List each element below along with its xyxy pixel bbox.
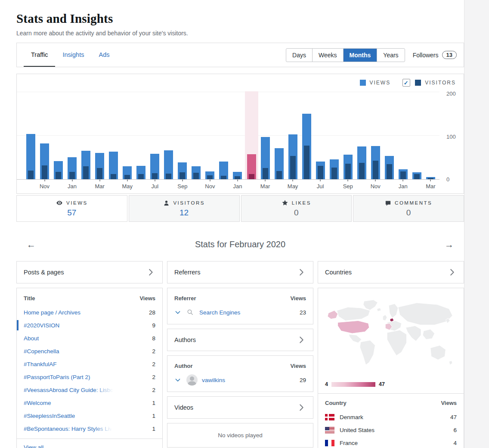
chart-bar-group[interactable]: Jan	[68, 91, 77, 179]
followers-count-badge: 13	[442, 51, 457, 59]
followers-link[interactable]: Followers 13	[413, 51, 457, 59]
x-axis-tick	[99, 180, 100, 181]
tab-insights[interactable]: Insights	[55, 43, 91, 67]
referrers-header[interactable]: Referrers	[167, 261, 313, 283]
page-title: Stats and Insights	[16, 12, 464, 26]
period-months-button[interactable]: Months	[344, 49, 378, 62]
post-views: 2	[152, 361, 155, 367]
summary-comments-value: 0	[406, 208, 411, 218]
summary-views-label: VIEWS	[66, 200, 88, 205]
post-link[interactable]: #BeSpontaneous: Harry Styles Live	[24, 426, 115, 432]
chart-bar-group[interactable]: Mar	[261, 91, 270, 179]
chart-bar-group[interactable]	[81, 91, 90, 179]
chart-bar-group[interactable]: Nov	[205, 91, 214, 179]
post-link[interactable]: Home page / Archives	[24, 309, 80, 316]
next-period-arrow[interactable]: →	[445, 240, 454, 249]
chart-bar-group[interactable]	[164, 91, 173, 179]
post-link[interactable]: #2020VISION	[24, 322, 59, 329]
chart-bar-group[interactable]: Nov	[371, 91, 380, 179]
period-navigation: ← Stats for February 2020 →	[16, 233, 464, 255]
view-all-link[interactable]: View all	[17, 439, 162, 448]
chart-bar-group[interactable]	[136, 91, 145, 179]
chevron-right-icon	[297, 335, 306, 345]
chart-bar-group[interactable]: Jul	[150, 91, 159, 179]
country-views: 4	[453, 440, 457, 446]
map-country-united-states[interactable]	[338, 320, 369, 333]
chart-bar-group[interactable]	[219, 91, 228, 179]
chart-bar-group[interactable]: Jul	[316, 91, 325, 179]
posts-pages-header[interactable]: Posts & pages	[16, 261, 163, 283]
period-weeks-button[interactable]: Weeks	[313, 49, 344, 62]
visitors-bar	[69, 172, 75, 179]
countries-header[interactable]: Countries	[318, 261, 464, 283]
chart-bar-group[interactable]	[247, 91, 256, 179]
legend-views: VIEWS	[360, 80, 391, 86]
post-link[interactable]: #Copenchella	[24, 348, 59, 355]
chart-bar-group[interactable]: Mar	[426, 91, 435, 179]
period-days-button[interactable]: Days	[286, 49, 313, 62]
chart-bar-group[interactable]: Sep	[344, 91, 353, 179]
posts-pages-card: Title Views Home page / Archives28#2020V…	[16, 288, 163, 448]
post-link[interactable]: #Welcome	[24, 400, 51, 406]
expand-author-button[interactable]	[174, 376, 181, 383]
summary-likes[interactable]: LIKES 0	[241, 195, 352, 222]
chart-bar-group[interactable]: Jan	[399, 91, 408, 179]
scale-gradient-bar	[331, 382, 375, 387]
post-views: 1	[152, 413, 155, 419]
x-axis-label: Jan	[399, 183, 408, 190]
chart-bar-group[interactable]: May	[288, 91, 297, 179]
x-axis-label: May	[122, 183, 133, 190]
post-row: #SleeplessInSeattle1	[17, 409, 162, 422]
post-views: 9	[152, 322, 155, 329]
visitors-bar	[138, 174, 144, 179]
visitors-checkbox[interactable]: ✓	[402, 79, 410, 87]
period-years-button[interactable]: Years	[377, 49, 404, 62]
chart-bar-group[interactable]	[385, 91, 394, 179]
post-link[interactable]: About	[24, 335, 39, 342]
post-link[interactable]: #SleeplessInSeattle	[24, 413, 75, 419]
author-link[interactable]: vawilkins	[202, 377, 300, 383]
prev-period-arrow[interactable]: ←	[27, 240, 36, 249]
visitors-bar	[180, 172, 185, 179]
chevron-right-icon	[297, 403, 306, 412]
tabbar-controls: Days Weeks Months Years Followers 13	[286, 48, 457, 62]
tab-ads[interactable]: Ads	[91, 43, 117, 67]
chart-bar-group[interactable]: Sep	[178, 91, 187, 179]
x-axis-tick	[375, 180, 376, 181]
middle-column: Referrers Referrer Views Search Engines	[167, 261, 313, 448]
chart-bar-group[interactable]: May	[123, 91, 132, 179]
posts-table-header: Title Views	[17, 293, 162, 306]
visitors-bar	[428, 178, 433, 179]
x-axis-label: Jan	[68, 183, 77, 190]
chart-bar-group[interactable]: Jan	[233, 91, 242, 179]
post-link[interactable]: #VeesassAbroad City Guide: Lisbon	[24, 387, 117, 393]
videos-empty-state: No videos played	[167, 423, 313, 447]
summary-visitors[interactable]: VISITORS 12	[129, 195, 240, 222]
chart-bar-group[interactable]	[412, 91, 421, 179]
chart-bar-group[interactable]	[357, 91, 366, 179]
chart-bar-group[interactable]	[54, 91, 63, 179]
chart-bar-group[interactable]	[330, 91, 339, 179]
videos-header[interactable]: Videos	[167, 396, 313, 419]
countries-table-header: Country Views	[325, 394, 457, 411]
tab-traffic[interactable]: Traffic	[24, 43, 55, 67]
summary-comments[interactable]: COMMENTS 0	[353, 195, 464, 222]
referrer-link[interactable]: Search Engines	[199, 309, 300, 316]
visitors-bar	[235, 176, 240, 179]
chart-bar-group[interactable]	[275, 91, 284, 179]
chart-bar-group[interactable]	[109, 91, 118, 179]
authors-header[interactable]: Authors	[167, 329, 313, 351]
expand-referrer-button[interactable]	[174, 309, 181, 316]
stats-columns: Posts & pages Title Views Home page / Ar…	[16, 261, 464, 448]
x-axis-tick	[72, 180, 73, 181]
chart-bar-group[interactable]	[26, 91, 35, 179]
summary-views[interactable]: VIEWS 57	[16, 195, 127, 222]
chart-bar-group[interactable]	[302, 91, 311, 179]
post-link[interactable]: #PassportToParis (Part 2)	[24, 374, 90, 380]
chart-bar-group[interactable]: Nov	[40, 91, 49, 179]
post-link[interactable]: #ThankfulAF	[24, 361, 57, 367]
visitors-bar	[97, 168, 102, 179]
chart-bar-group[interactable]	[192, 91, 201, 179]
chart-bar-group[interactable]: Mar	[95, 91, 104, 179]
period-toggle: Days Weeks Months Years	[286, 48, 405, 62]
